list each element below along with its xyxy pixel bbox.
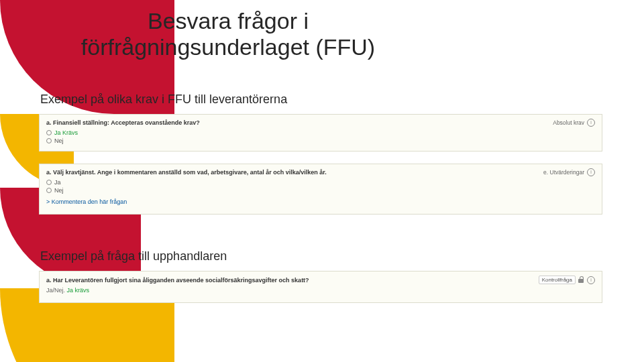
comment-link[interactable]: > Kommentera den här frågan (46, 198, 127, 205)
ffu-panel-financial: a. Finansiell ställning: Accepteras ovan… (39, 114, 602, 152)
radio-icon (46, 138, 52, 143)
option-no-label: Nej (54, 187, 64, 194)
option-no[interactable]: Nej (46, 187, 595, 194)
question-row: a. Har Leverantören fullgjort sina åligg… (46, 276, 595, 284)
option-yes-label: Ja (54, 179, 61, 186)
option-yes-label: Ja Krävs (54, 129, 78, 136)
ffu-panel-tax: a. Har Leverantören fullgjort sina åligg… (39, 271, 602, 303)
option-no[interactable]: Nej (46, 137, 595, 144)
question-text: a. Välj kravtjänst. Ange i kommentaren a… (46, 169, 543, 176)
slide-title: Besvara frågor i förfrågningsunderlaget … (40, 8, 416, 60)
info-icon: i (587, 119, 595, 127)
ffu-panel-service: a. Välj kravtjänst. Ange i kommentaren a… (39, 164, 602, 215)
requirement-pill: Kontrollfråga (539, 276, 576, 284)
answer-value: Ja krävs (67, 287, 90, 294)
question-text: a. Har Leverantören fullgjort sina åligg… (46, 277, 539, 284)
option-no-label: Nej (54, 137, 64, 144)
radio-icon (46, 180, 52, 185)
requirement-label: e. Utvärderingar (543, 169, 584, 176)
info-icon: i (587, 168, 595, 176)
requirement-tag: e. Utvärderingar i (543, 168, 595, 176)
subhead-procurer: Exempel på fråga till upphandlaren (40, 249, 227, 263)
question-row: a. Finansiell ställning: Accepteras ovan… (46, 119, 595, 127)
answer-row: Ja/Nej. Ja krävs (46, 287, 595, 294)
slide: Besvara frågor i förfrågningsunderlaget … (0, 0, 644, 362)
option-yes[interactable]: Ja Krävs (46, 129, 595, 136)
radio-icon (46, 130, 52, 135)
lock-icon (578, 276, 584, 284)
question-row: a. Välj kravtjänst. Ange i kommentaren a… (46, 168, 595, 176)
option-yes[interactable]: Ja (46, 179, 595, 186)
info-icon: i (587, 276, 595, 284)
subhead-suppliers: Exempel på olika krav i FFU till leveran… (40, 93, 287, 107)
answer-prefix: Ja/Nej. (46, 287, 65, 294)
requirement-label: Absolut krav (553, 119, 584, 126)
question-text: a. Finansiell ställning: Accepteras ovan… (46, 119, 553, 126)
requirement-tag: Absolut krav i (553, 119, 595, 127)
radio-icon (46, 188, 52, 193)
requirement-tag: Kontrollfråga i (539, 276, 595, 284)
